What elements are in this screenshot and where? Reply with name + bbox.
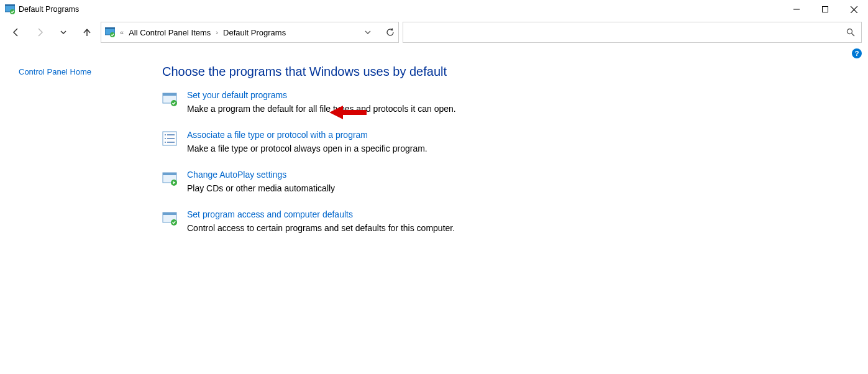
help-row: ? [0, 46, 868, 58]
address-bar-icon [105, 27, 115, 37]
option-associate-file-type: Associate a file type or protocol with a… [162, 130, 852, 153]
recent-locations-button[interactable] [53, 22, 73, 42]
svg-rect-8 [105, 27, 115, 29]
option-change-autoplay: Change AutoPlay settings Play CDs or oth… [162, 170, 852, 193]
main-content: Choose the programs that Windows uses by… [162, 61, 858, 249]
address-bar[interactable]: « All Control Panel Items › Default Prog… [101, 22, 399, 43]
option-link[interactable]: Change AutoPlay settings [187, 170, 286, 180]
sidebar: Control Panel Home [10, 61, 162, 249]
minimize-button[interactable] [782, 0, 811, 19]
up-button[interactable] [77, 22, 97, 42]
maximize-button[interactable] [811, 0, 839, 19]
titlebar: Default Programs [0, 0, 868, 19]
option-desc: Control access to certain programs and s… [187, 223, 455, 233]
toolbar: « All Control Panel Items › Default Prog… [0, 19, 868, 46]
help-icon[interactable]: ? [852, 48, 862, 58]
option-set-default-programs: Set your default programs Make a program… [162, 90, 852, 114]
svg-rect-1 [5, 4, 15, 6]
chevron-left-double-icon[interactable]: « [119, 29, 125, 36]
option-desc: Play CDs or other media automatically [187, 183, 335, 193]
associate-icon [162, 131, 177, 146]
search-icon [846, 28, 855, 37]
program-access-icon [162, 211, 177, 226]
window-controls [782, 0, 868, 19]
option-link[interactable]: Associate a file type or protocol with a… [187, 130, 368, 140]
autoplay-icon [162, 171, 177, 186]
svg-line-11 [852, 34, 855, 37]
breadcrumb-all-items[interactable]: All Control Panel Items [129, 28, 211, 37]
svg-rect-26 [163, 212, 176, 215]
address-dropdown-button[interactable] [365, 29, 371, 35]
breadcrumb-default-programs[interactable]: Default Programs [223, 28, 286, 37]
chevron-right-icon[interactable]: › [214, 29, 219, 36]
option-program-access-defaults: Set program access and computer defaults… [162, 209, 852, 233]
option-link[interactable]: Set program access and computer defaults [187, 209, 353, 219]
option-desc: Make a program the default for all file … [187, 104, 456, 114]
svg-rect-4 [823, 7, 828, 12]
option-link[interactable]: Set your default programs [187, 90, 287, 100]
control-panel-home-link[interactable]: Control Panel Home [19, 67, 91, 76]
page-heading: Choose the programs that Windows uses by… [162, 65, 852, 79]
refresh-button[interactable] [386, 28, 395, 37]
svg-point-10 [847, 29, 852, 34]
close-button[interactable] [839, 0, 868, 19]
svg-rect-13 [163, 93, 176, 96]
body: Control Panel Home Choose the programs t… [0, 58, 868, 249]
window-title: Default Programs [19, 5, 79, 14]
app-icon [5, 4, 15, 14]
forward-button[interactable] [30, 22, 50, 42]
back-button[interactable] [6, 22, 26, 42]
svg-rect-23 [163, 173, 176, 175]
search-box[interactable] [403, 22, 862, 43]
option-desc: Make a file type or protocol always open… [187, 144, 427, 153]
default-programs-icon [162, 91, 177, 106]
